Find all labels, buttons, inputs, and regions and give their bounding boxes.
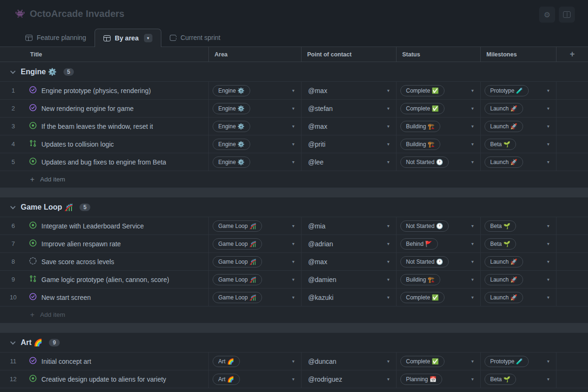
milestone-cell[interactable]: Beta 🌱▾ (481, 370, 556, 388)
chevron-down-icon[interactable] (10, 339, 16, 344)
status-cell[interactable]: Building 🏗️▾ (397, 118, 481, 135)
contact-handle: @lee (308, 158, 324, 166)
contact-cell[interactable]: @max▾ (302, 82, 397, 99)
chevron-down-icon[interactable] (10, 204, 16, 209)
contact-cell[interactable]: @max▾ (302, 253, 397, 270)
area-cell[interactable]: Game Loop 🎢▾ (209, 289, 302, 306)
side-panel-button[interactable] (559, 7, 575, 23)
status-cell[interactable]: Not Started 🕐▾ (397, 217, 481, 235)
dropdown-caret-icon: ▾ (292, 241, 294, 246)
status-cell[interactable]: Complete ✅▾ (397, 82, 481, 99)
status-cell[interactable]: Complete ✅▾ (397, 289, 481, 306)
group-emoji: ⚙️ (48, 68, 57, 76)
area-cell[interactable]: Game Loop 🎢▾ (209, 271, 302, 288)
milestone-cell[interactable]: Launch 🚀▾ (481, 289, 556, 306)
dropdown-caret-icon: ▾ (292, 376, 294, 382)
item-title-cell[interactable]: Updates and bug fixes to engine from Bet… (26, 153, 209, 171)
dropdown-caret-icon: ▾ (292, 259, 294, 264)
dropdown-caret-icon: ▾ (471, 159, 474, 165)
dropdown-caret-icon: ▾ (387, 159, 389, 165)
item-title-cell[interactable]: Updates to collision logic (26, 135, 209, 153)
item-title-cell[interactable]: Initial concept art (26, 353, 209, 370)
column-header-contact[interactable]: Point of contact (302, 47, 397, 62)
milestone-cell[interactable]: Launch 🚀▾ (481, 118, 556, 135)
milestone-cell[interactable]: Launch 🚀▾ (481, 153, 556, 171)
column-label: Status (397, 51, 420, 58)
status-cell[interactable]: Not Started 🕐▾ (397, 153, 481, 171)
contact-cell[interactable]: @duncan▾ (302, 353, 397, 370)
column-header-status[interactable]: Status (397, 47, 481, 62)
contact-cell[interactable]: @damien▾ (302, 271, 397, 288)
column-header-milestones[interactable]: Milestones (481, 47, 556, 62)
milestone-cell[interactable]: Prototype 🧪▾ (481, 353, 556, 370)
contact-cell[interactable]: @stefan▾ (302, 100, 397, 117)
item-title: Game logic prototype (alien, cannon, sco… (41, 276, 169, 283)
milestone-cell[interactable]: Beta 🌱▾ (481, 235, 556, 252)
contact-cell[interactable]: @max▾ (302, 118, 397, 135)
contact-cell[interactable]: @mia▾ (302, 217, 397, 235)
item-title-cell[interactable]: Integrate with Leaderboard Service (26, 217, 209, 235)
status-cell[interactable]: Building 🏗️▾ (397, 271, 481, 288)
settings-button[interactable]: ⚙ (539, 7, 555, 23)
row-number: 5 (0, 153, 26, 171)
area-cell[interactable]: Engine ⚙️▾ (209, 135, 302, 153)
status-cell[interactable]: Complete ✅▾ (397, 100, 481, 117)
status-cell[interactable]: Not Started 🕐▾ (397, 253, 481, 270)
table-row: 1Engine prototype (physics, rendering)En… (0, 82, 588, 100)
contact-handle: @adrian (308, 240, 333, 248)
contact-cell[interactable]: @kazuki▾ (302, 289, 397, 306)
area-cell[interactable]: Engine ⚙️▾ (209, 118, 302, 135)
item-title-cell[interactable]: New rendering engine for game (26, 100, 209, 117)
empty-cell (556, 217, 588, 235)
add-column-button[interactable]: + (556, 47, 588, 62)
area-pill: Game Loop 🎢 (213, 220, 262, 232)
item-title-cell[interactable]: New start screen (26, 289, 209, 306)
area-cell[interactable]: Engine ⚙️▾ (209, 153, 302, 171)
milestone-pill: Beta 🌱 (485, 139, 516, 150)
status-cell[interactable]: Planning 📅▾ (397, 370, 481, 388)
issue-closed-icon (29, 86, 37, 95)
milestone-cell[interactable]: Prototype 🧪▾ (481, 82, 556, 99)
milestone-cell[interactable]: Beta 🌱▾ (481, 217, 556, 235)
area-cell[interactable]: Engine ⚙️▾ (209, 100, 302, 117)
item-title-cell[interactable]: Game logic prototype (alien, cannon, sco… (26, 271, 209, 288)
status-cell[interactable]: Building 🏗️▾ (397, 135, 481, 153)
area-cell[interactable]: Art 🌈▾ (209, 370, 302, 388)
row-number-text: 1 (11, 87, 15, 94)
chevron-down-icon[interactable] (10, 68, 16, 73)
milestone-pill: Beta 🌱 (485, 374, 516, 385)
area-cell[interactable]: Art 🌈▾ (209, 353, 302, 370)
item-title-cell[interactable]: Creative design update to aliens for var… (26, 370, 209, 388)
item-title-cell[interactable]: If the beam leaves the window, reset it (26, 118, 209, 135)
status-cell[interactable]: Behind 🚩▾ (397, 235, 481, 252)
tab-current-sprint[interactable]: Current sprint (161, 29, 229, 47)
milestone-cell[interactable]: Launch 🚀▾ (481, 100, 556, 117)
dropdown-caret-icon: ▾ (292, 124, 294, 129)
contact-cell[interactable]: @lee▾ (302, 153, 397, 171)
column-header-title[interactable]: Title (26, 47, 209, 62)
area-cell[interactable]: Game Loop 🎢▾ (209, 217, 302, 235)
milestone-cell[interactable]: Beta 🌱▾ (481, 135, 556, 153)
milestone-cell[interactable]: Launch 🚀▾ (481, 253, 556, 270)
add-item-button[interactable]: +Add item (0, 306, 588, 323)
contact-cell[interactable]: @rodriguez▾ (302, 370, 397, 388)
contact-cell[interactable]: @priti▾ (302, 135, 397, 153)
gear-icon: ⚙ (544, 10, 550, 19)
status-cell[interactable]: Complete ✅▾ (397, 353, 481, 370)
tab-feature-planning[interactable]: Feature planning (17, 29, 95, 47)
area-cell[interactable]: Engine ⚙️▾ (209, 82, 302, 99)
status-pill: Building 🏗️ (400, 139, 440, 150)
tab-options-button[interactable]: ▾ (144, 34, 152, 42)
tab-by-area[interactable]: By area ▾ (95, 29, 161, 47)
milestone-cell[interactable]: Launch 🚀▾ (481, 271, 556, 288)
area-cell[interactable]: Game Loop 🎢▾ (209, 235, 302, 252)
item-title-cell[interactable]: Engine prototype (physics, rendering) (26, 82, 209, 99)
row-number-text: 12 (10, 376, 16, 383)
item-title-cell[interactable]: Improve alien respawn rate (26, 235, 209, 252)
add-item-button[interactable]: +Add item (0, 171, 588, 188)
item-title-cell[interactable]: Save score across levels (26, 253, 209, 270)
dropdown-caret-icon: ▾ (387, 259, 389, 264)
column-header-area[interactable]: Area (209, 47, 302, 62)
area-cell[interactable]: Game Loop 🎢▾ (209, 253, 302, 270)
contact-cell[interactable]: @adrian▾ (302, 235, 397, 252)
